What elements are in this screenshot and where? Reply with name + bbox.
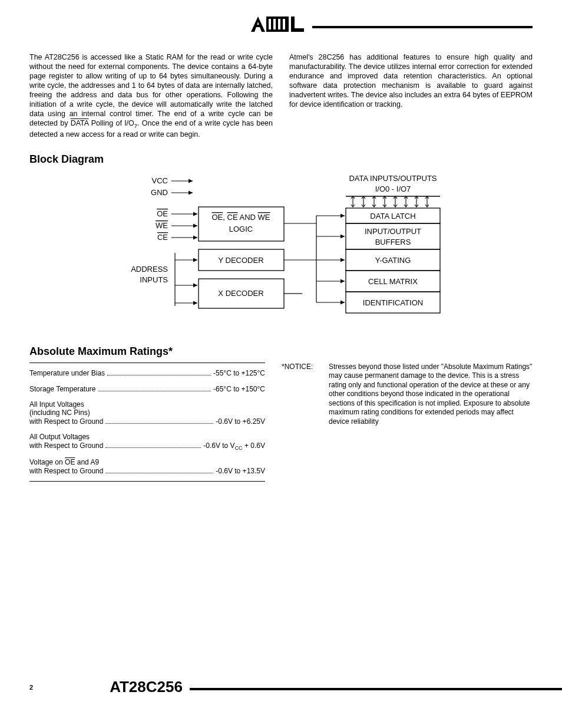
- svg-rect-6: [291, 28, 304, 32]
- intro-right-text: Atmel's 28C256 has additional features t…: [289, 53, 533, 108]
- svg-text:CE: CE: [157, 233, 168, 242]
- svg-text:BUFFERS: BUFFERS: [375, 238, 411, 246]
- notice-block: *NOTICE: Stresses beyond those listed un…: [282, 363, 533, 427]
- svg-text:I/O0  -  I/O7: I/O0 - I/O7: [375, 185, 411, 193]
- rating-input-voltages: All Input Voltages (including NC Pins) w…: [29, 400, 265, 426]
- intro-right: Atmel's 28C256 has additional features t…: [289, 52, 533, 139]
- svg-text:Y DECODER: Y DECODER: [218, 256, 263, 265]
- rating-oe-a9-voltage: Voltage on OE and A9 with Respect to Gro…: [29, 458, 265, 475]
- svg-text:LOGIC: LOGIC: [229, 225, 253, 233]
- svg-text:Y-GATING: Y-GATING: [375, 256, 411, 265]
- notice-label: *NOTICE:: [282, 363, 329, 427]
- abs-max-heading: Absolute Maximum Ratings*: [29, 345, 533, 358]
- svg-text:DATA  INPUTS/OUTPUTS: DATA INPUTS/OUTPUTS: [349, 174, 437, 183]
- rating-temp-bias: Temperature under Bias -55°C to +125°C: [29, 369, 265, 378]
- svg-text:OE: OE: [157, 209, 168, 218]
- svg-rect-3: [278, 19, 280, 29]
- svg-rect-2: [273, 19, 276, 29]
- svg-text:X DECODER: X DECODER: [218, 289, 263, 298]
- page-footer: 2 AT28C256: [29, 678, 562, 696]
- block-diagram-heading: Block Diagram: [29, 153, 533, 166]
- intro-left: The AT28C256 is accessed like a Static R…: [29, 52, 273, 139]
- rating-storage-temp: Storage Temperature -65°C to +150°C: [29, 384, 265, 393]
- svg-text:GND: GND: [151, 188, 168, 197]
- rating-output-voltages: All Output Voltages with Respect to Grou…: [29, 433, 265, 451]
- notice-text: Stresses beyond those listed under "Abso…: [329, 363, 533, 427]
- svg-text:CELL  MATRIX: CELL MATRIX: [368, 277, 418, 286]
- svg-text:INPUT/OUTPUT: INPUT/OUTPUT: [365, 227, 421, 236]
- svg-text:WE: WE: [156, 221, 168, 230]
- svg-rect-1: [269, 19, 271, 29]
- block-diagram: VCC GND OE WE CE ADDRESS INPUTS OE, CE A…: [29, 170, 533, 331]
- footer-title: AT28C256: [110, 678, 183, 696]
- page-number: 2: [29, 684, 33, 691]
- atmel-logo: [250, 14, 309, 36]
- svg-text:IDENTIFICATION: IDENTIFICATION: [363, 298, 423, 307]
- svg-text:OE, CE AND WE: OE, CE AND WE: [211, 213, 270, 222]
- svg-text:VCC: VCC: [152, 176, 168, 185]
- page-header: [29, 14, 533, 36]
- ratings-box: Temperature under Bias -55°C to +125°C S…: [29, 363, 265, 482]
- svg-text:INPUTS: INPUTS: [140, 275, 168, 284]
- svg-rect-16: [199, 207, 284, 241]
- intro-columns: The AT28C256 is accessed like a Static R…: [29, 52, 533, 139]
- svg-text:ADDRESS: ADDRESS: [131, 265, 168, 274]
- intro-left-text: The AT28C256 is accessed like a Static R…: [29, 53, 273, 139]
- svg-text:DATA  LATCH: DATA LATCH: [370, 212, 415, 220]
- svg-rect-4: [283, 19, 285, 29]
